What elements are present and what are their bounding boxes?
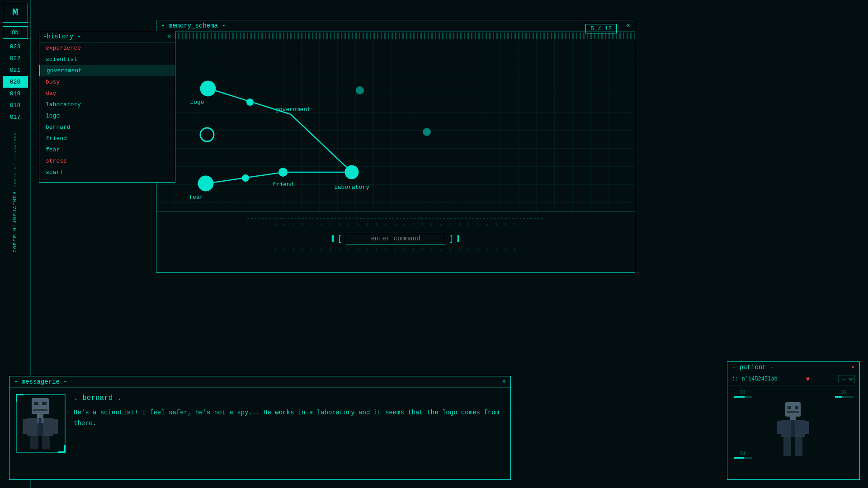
- line-019: 019: [3, 88, 28, 99]
- history-divider: [43, 180, 171, 180]
- svg-rect-33: [795, 406, 798, 409]
- history-item-laboratory[interactable]: laboratory: [39, 99, 175, 110]
- m-logo: M: [3, 3, 28, 23]
- svg-rect-19: [34, 402, 38, 405]
- messagerie-panel: - messagerie - ×: [9, 376, 511, 480]
- line-022: 022: [3, 52, 28, 64]
- patient-header: - patient - ×: [727, 362, 859, 373]
- history-close-button[interactable]: ×: [168, 33, 171, 40]
- memory-schema-top-line: [156, 33, 635, 39]
- history-item-scarf[interactable]: scarf: [39, 167, 175, 178]
- svg-point-5: [242, 175, 249, 181]
- memory-schema-window: - memory_schema - × 5 / 12: [156, 20, 635, 273]
- svg-rect-32: [788, 406, 791, 409]
- svg-point-4: [247, 99, 253, 105]
- stars-top: * * * * * * * * * * * * * * * * * * * * …: [156, 223, 635, 229]
- history-item-bernard[interactable]: bernard: [39, 122, 175, 133]
- memory-bottom: ▸◂▸◂▸◂▸◂▸◂▸◂▸◂▸◂▸◂▸◂▸◂▸◂▸◂▸◂▸◂▸◂▸◂▸◂▸◂▸◂…: [156, 211, 635, 258]
- line-023: 023: [3, 41, 28, 52]
- on-button[interactable]: ON: [3, 26, 28, 39]
- svg-text:logo: logo: [190, 99, 204, 106]
- svg-text:fear: fear: [189, 194, 203, 201]
- svg-rect-39: [804, 421, 809, 434]
- history-item-busy[interactable]: busy: [39, 76, 175, 88]
- svg-rect-40: [783, 437, 791, 456]
- patient-panel: - patient - × :: n°145245lab ♥ — 03 02 0…: [727, 361, 860, 480]
- command-input-area: ▐ [ ] ▌: [156, 233, 635, 244]
- character-avatar-frame: [16, 394, 66, 453]
- speaker-name: . bernard .: [74, 394, 504, 402]
- avatar-svg: [20, 396, 61, 450]
- line-021: 021: [3, 64, 28, 76]
- svg-rect-26: [52, 419, 58, 434]
- patient-body: 03 02 01: [727, 385, 859, 472]
- messagerie-close-button[interactable]: ×: [502, 378, 506, 385]
- stat-03: 03: [734, 390, 752, 398]
- character-avatar: [20, 396, 61, 450]
- cmd-bracket-right: ]: [449, 234, 454, 243]
- messagerie-title: - messagerie -: [14, 378, 67, 385]
- svg-rect-35: [790, 417, 796, 420]
- svg-point-7: [198, 176, 213, 191]
- patient-sub-header: :: n°145245lab ♥ —: [727, 373, 859, 385]
- history-title: -history -: [43, 33, 81, 40]
- svg-point-8: [279, 168, 287, 176]
- svg-point-12: [423, 128, 431, 136]
- message-text: He's a scientist! I feel safer, he's not…: [74, 408, 504, 429]
- history-item-government[interactable]: government: [39, 65, 175, 76]
- history-item-scientist[interactable]: scientist: [39, 54, 175, 65]
- stat-02: 02: [835, 390, 853, 398]
- svg-point-11: [356, 86, 364, 94]
- svg-rect-31: [785, 402, 801, 417]
- stars-bottom: * * * * * * * * * * * * * * * * * * * * …: [156, 248, 635, 254]
- svg-text:friend: friend: [273, 181, 294, 188]
- svg-rect-27: [30, 436, 38, 449]
- vertical-text: COPIE N°JHSUAIHDH COPIE N° JHSUAIHDH: [12, 132, 19, 252]
- patient-character-svg: [775, 399, 811, 458]
- messagerie-body: . bernard . He's a scientist! I feel saf…: [9, 388, 510, 475]
- svg-rect-30: [41, 418, 44, 423]
- svg-rect-20: [42, 402, 47, 405]
- history-item-logo[interactable]: logo: [39, 110, 175, 122]
- message-content: . bernard . He's a scientist! I feel saf…: [74, 394, 504, 469]
- line-020-active: 020: [3, 76, 28, 88]
- svg-rect-28: [42, 436, 50, 449]
- patient-id: :: n°145245lab: [732, 376, 778, 382]
- history-item-day[interactable]: day: [39, 88, 175, 99]
- patient-heart-icon: ♥: [806, 375, 810, 383]
- history-item-stress[interactable]: stress: [39, 155, 175, 167]
- line-018: 018: [3, 99, 28, 111]
- history-item-fear[interactable]: fear: [39, 144, 175, 155]
- command-input[interactable]: [346, 233, 445, 244]
- schema-connections-svg: logo government friend laboratory fear: [156, 40, 635, 211]
- cmd-wave-right: ▌: [458, 235, 461, 242]
- svg-rect-41: [795, 437, 802, 456]
- svg-rect-37: [791, 420, 795, 437]
- svg-text:laboratory: laboratory: [334, 184, 369, 191]
- memory-schema-title: - memory_schema -: [161, 22, 226, 29]
- svg-rect-25: [23, 419, 28, 434]
- patient-dropdown[interactable]: —: [838, 375, 855, 383]
- memory-counter: 5 / 12: [585, 24, 617, 33]
- dot-line: ▸◂▸◂▸◂▸◂▸◂▸◂▸◂▸◂▸◂▸◂▸◂▸◂▸◂▸◂▸◂▸◂▸◂▸◂▸◂▸◂…: [156, 216, 635, 221]
- history-item-friend[interactable]: friend: [39, 133, 175, 144]
- schema-canvas: logo government friend laboratory fear: [156, 40, 635, 211]
- line-017: 017: [3, 111, 28, 123]
- memory-schema-close-button[interactable]: ×: [627, 22, 630, 29]
- patient-close-button[interactable]: ×: [851, 364, 855, 371]
- cmd-wave-left: ▐: [330, 235, 334, 242]
- svg-point-6: [201, 81, 215, 96]
- svg-text:government: government: [275, 106, 311, 113]
- svg-rect-22: [37, 414, 43, 418]
- svg-rect-38: [777, 421, 782, 434]
- svg-rect-21: [33, 409, 47, 411]
- history-header: -history - ×: [39, 31, 175, 42]
- patient-title: - patient -: [732, 364, 774, 371]
- svg-rect-18: [32, 398, 49, 414]
- history-item-experience[interactable]: experience: [39, 42, 175, 54]
- svg-point-10: [200, 128, 214, 141]
- cmd-bracket-left: [: [337, 234, 342, 243]
- memory-schema-header: - memory_schema - ×: [156, 20, 635, 32]
- messagerie-header: - messagerie - ×: [9, 376, 510, 388]
- svg-rect-34: [787, 411, 799, 413]
